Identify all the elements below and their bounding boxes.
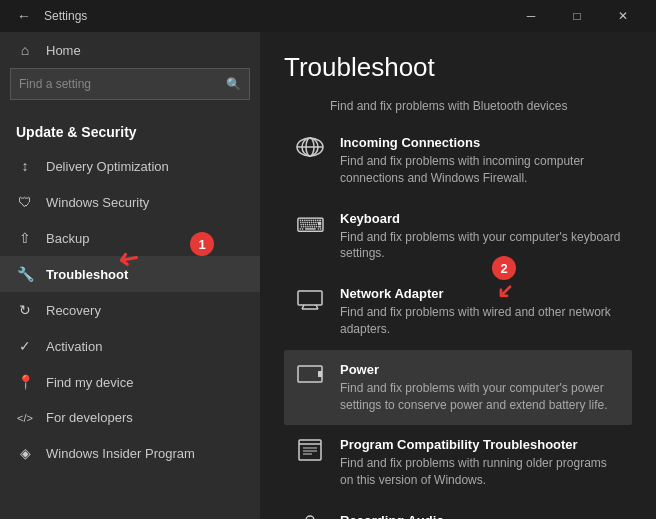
shield-icon: 🛡 bbox=[16, 194, 34, 210]
sidebar-section-title: Update & Security bbox=[0, 110, 260, 148]
troubleshoot-item-keyboard[interactable]: ⌨ Keyboard Find and fix problems with yo… bbox=[284, 199, 632, 275]
backup-icon: ⇧ bbox=[16, 230, 34, 246]
delivery-icon: ↕ bbox=[16, 158, 34, 174]
sidebar-item-find-device[interactable]: 📍 Find my device bbox=[0, 364, 260, 400]
audio-text: Recording Audio Find and fix problems wi… bbox=[340, 513, 622, 519]
sidebar-item-label: Troubleshoot bbox=[46, 267, 128, 282]
bluetooth-header: Find and fix problems with Bluetooth dev… bbox=[284, 99, 632, 113]
keyboard-text: Keyboard Find and fix problems with your… bbox=[340, 211, 622, 263]
sidebar-item-label: Delivery Optimization bbox=[46, 159, 169, 174]
main-container: ⌂ Home 🔍 Update & Security ↕ Delivery Op… bbox=[0, 32, 656, 519]
sidebar-item-label: Activation bbox=[46, 339, 102, 354]
sidebar-item-insider[interactable]: ◈ Windows Insider Program bbox=[0, 435, 260, 471]
maximize-button[interactable]: □ bbox=[554, 0, 600, 32]
home-icon: ⌂ bbox=[16, 42, 34, 58]
power-text: Power Find and fix problems with your co… bbox=[340, 362, 622, 414]
troubleshoot-item-compatibility[interactable]: Program Compatibility Troubleshooter Fin… bbox=[284, 425, 632, 501]
sidebar-item-developers[interactable]: </> For developers bbox=[0, 400, 260, 435]
developers-icon: </> bbox=[16, 412, 34, 424]
keyboard-icon: ⌨ bbox=[294, 213, 326, 237]
search-box[interactable]: 🔍 bbox=[10, 68, 250, 100]
sidebar-item-label: Recovery bbox=[46, 303, 101, 318]
app-title: Settings bbox=[44, 9, 508, 23]
compatibility-text: Program Compatibility Troubleshooter Fin… bbox=[340, 437, 622, 489]
page-title: Troubleshoot bbox=[284, 52, 632, 83]
activation-icon: ✓ bbox=[16, 338, 34, 354]
insider-icon: ◈ bbox=[16, 445, 34, 461]
sidebar-item-activation[interactable]: ✓ Activation bbox=[0, 328, 260, 364]
content-panel: Troubleshoot Find and fix problems with … bbox=[260, 32, 656, 519]
network-icon bbox=[294, 288, 326, 310]
incoming-icon bbox=[294, 137, 326, 157]
sidebar-item-label: Windows Insider Program bbox=[46, 446, 195, 461]
window-controls: ─ □ ✕ bbox=[508, 0, 646, 32]
audio-icon bbox=[294, 515, 326, 519]
troubleshoot-icon: 🔧 bbox=[16, 266, 34, 282]
sidebar-item-label: Home bbox=[46, 43, 81, 58]
minimize-button[interactable]: ─ bbox=[508, 0, 554, 32]
svg-rect-4 bbox=[298, 291, 322, 305]
sidebar-item-label: Backup bbox=[46, 231, 89, 246]
troubleshoot-item-incoming[interactable]: Incoming Connections Find and fix proble… bbox=[284, 123, 632, 199]
sidebar-item-delivery[interactable]: ↕ Delivery Optimization bbox=[0, 148, 260, 184]
troubleshoot-item-power[interactable]: Power Find and fix problems with your co… bbox=[284, 350, 632, 426]
sidebar-item-home[interactable]: ⌂ Home bbox=[0, 32, 260, 68]
compatibility-icon bbox=[294, 439, 326, 461]
svg-rect-10 bbox=[299, 440, 321, 460]
power-icon bbox=[294, 364, 326, 384]
sidebar-item-label: For developers bbox=[46, 410, 133, 425]
network-text: Network Adapter Find and fix problems wi… bbox=[340, 286, 622, 338]
sidebar: ⌂ Home 🔍 Update & Security ↕ Delivery Op… bbox=[0, 32, 260, 519]
sidebar-item-troubleshoot[interactable]: 🔧 Troubleshoot bbox=[0, 256, 260, 292]
find-device-icon: 📍 bbox=[16, 374, 34, 390]
close-button[interactable]: ✕ bbox=[600, 0, 646, 32]
sidebar-item-label: Windows Security bbox=[46, 195, 149, 210]
troubleshoot-item-audio[interactable]: Recording Audio Find and fix problems wi… bbox=[284, 501, 632, 519]
back-button[interactable]: ← bbox=[10, 2, 38, 30]
troubleshoot-item-network[interactable]: Network Adapter Find and fix problems wi… bbox=[284, 274, 632, 350]
search-icon: 🔍 bbox=[226, 77, 241, 91]
search-input[interactable] bbox=[19, 77, 226, 91]
sidebar-item-backup[interactable]: ⇧ Backup bbox=[0, 220, 260, 256]
sidebar-item-recovery[interactable]: ↻ Recovery bbox=[0, 292, 260, 328]
incoming-text: Incoming Connections Find and fix proble… bbox=[340, 135, 622, 187]
titlebar: ← Settings ─ □ ✕ bbox=[0, 0, 656, 32]
svg-rect-9 bbox=[318, 371, 322, 377]
recovery-icon: ↻ bbox=[16, 302, 34, 318]
sidebar-item-label: Find my device bbox=[46, 375, 133, 390]
sidebar-item-windows-security[interactable]: 🛡 Windows Security bbox=[0, 184, 260, 220]
